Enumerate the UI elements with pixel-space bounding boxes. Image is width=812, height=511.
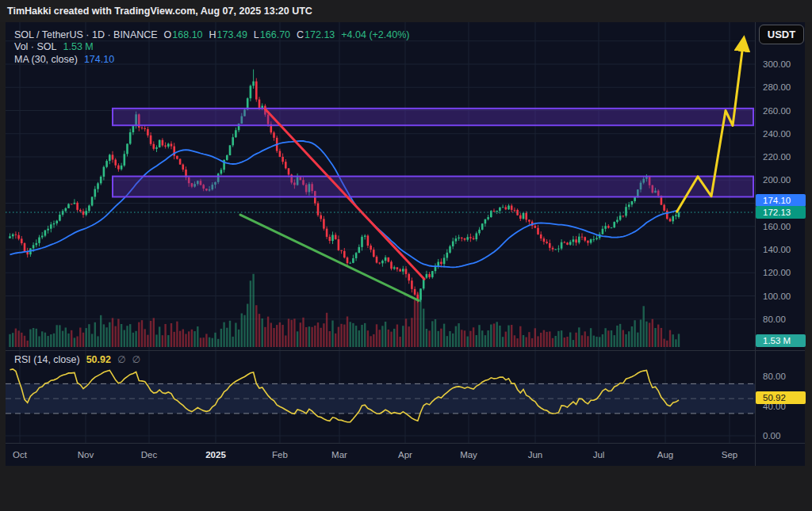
price-tick: 80.00 [763, 314, 786, 325]
volume-legend-value: 1.53 M [63, 41, 94, 52]
last-price-label: 172.13 [756, 206, 806, 219]
time-tick-jul: Jul [581, 449, 616, 460]
time-tick-apr: Apr [388, 449, 423, 460]
rsi-tick: 80.00 [763, 371, 786, 382]
ohlc-low: L166.70 [254, 29, 290, 40]
ohlc-high: H173.49 [209, 29, 247, 40]
price-tick: 200.00 [763, 174, 791, 185]
price-tick: 100.00 [763, 291, 791, 302]
time-tick-2025: 2025 [198, 449, 233, 460]
rsi-value-label: 50.92 [756, 391, 806, 404]
attribution-bar: TimHakki created with TradingView.com, A… [0, 0, 812, 22]
time-tick-oct: Oct [2, 449, 37, 460]
price-tick: 300.00 [763, 59, 791, 70]
time-axis[interactable]: OctNovDec2025FebMarAprMayJunJulAugSep [6, 444, 755, 466]
volume-label: 1.53 M [756, 334, 806, 347]
ma-legend-value: 174.10 [84, 54, 114, 65]
supply-zone-lower[interactable] [113, 177, 753, 197]
price-tick: 120.00 [763, 267, 791, 278]
price-tick: 260.00 [763, 105, 791, 116]
time-tick-sep: Sep [712, 449, 747, 460]
time-tick-may: May [451, 449, 486, 460]
time-tick-jun: Jun [518, 449, 553, 460]
time-tick-mar: Mar [322, 449, 357, 460]
rsi-label[interactable]: RSI (14, close) [14, 354, 80, 365]
volume-legend-label[interactable]: Vol · SOL [14, 41, 57, 52]
price-tick: 280.00 [763, 82, 791, 93]
ohlc-open: O168.10 [164, 29, 203, 40]
rsi-smoothing-disabled-icon[interactable]: ∅ [117, 354, 125, 365]
time-tick-dec: Dec [132, 449, 167, 460]
price-tick: 220.00 [763, 151, 791, 162]
rsi-value: 50.92 [86, 354, 111, 365]
rsi-smoothing-disabled-icon[interactable]: ∅ [132, 354, 140, 365]
time-tick-feb: Feb [262, 449, 297, 460]
price-tick: 160.00 [763, 221, 791, 232]
time-tick-nov: Nov [68, 449, 103, 460]
ma-price-label: 174.10 [756, 194, 806, 207]
price-tick: 140.00 [763, 244, 791, 255]
price-axis[interactable]: 300.00280.00260.00240.00220.00200.00160.… [755, 22, 807, 444]
chart-legend: SOL / TetherUS · 1D · BINANCE O168.10 H1… [14, 29, 409, 66]
ma-legend-label[interactable]: MA (30, close) [14, 54, 78, 65]
rsi-tick: 0.00 [763, 430, 780, 441]
chart-canvas[interactable] [0, 0, 812, 511]
rsi-legend: RSI (14, close) 50.92 ∅ ∅ [14, 353, 140, 365]
price-tick: 240.00 [763, 128, 791, 139]
attribution-text: TimHakki created with TradingView.com, A… [7, 6, 312, 17]
time-tick-aug: Aug [648, 449, 683, 460]
ohlc-close: C172.13 [297, 29, 335, 40]
change-value: +4.04 (+2.40%) [341, 29, 409, 40]
footer-bar: TradingView [0, 466, 812, 511]
supply-zone-upper[interactable] [113, 109, 753, 125]
symbol-title[interactable]: SOL / TetherUS · 1D · BINANCE [14, 29, 158, 40]
